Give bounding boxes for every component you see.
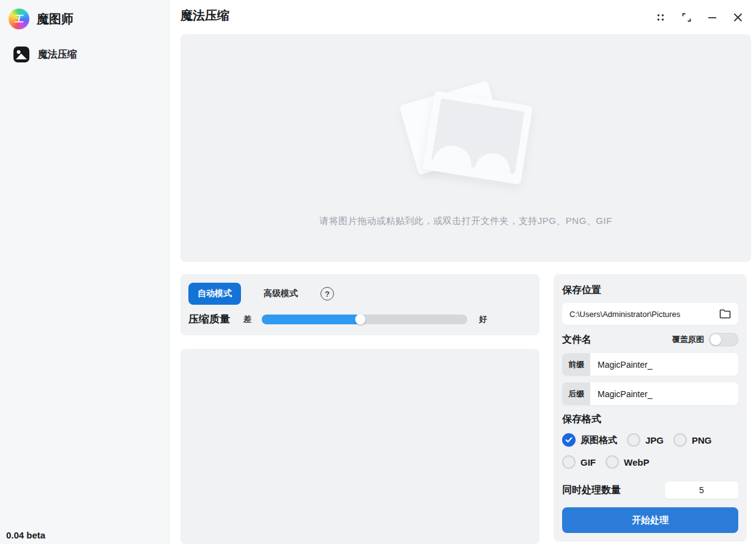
file-list-panel <box>180 349 539 544</box>
app-logo-icon: 工 <box>9 9 29 29</box>
save-format-heading: 保存格式 <box>562 413 738 426</box>
app-window: 工 魔图师 魔法压缩 0.04 beta 魔法压缩 <box>0 0 756 544</box>
quality-max-label: 好 <box>479 314 487 325</box>
suffix-input[interactable] <box>590 382 738 405</box>
quality-label: 压缩质量 <box>188 312 230 326</box>
sidebar-item-magic-compress[interactable]: 魔法压缩 <box>13 47 169 62</box>
save-path-field <box>562 303 738 325</box>
radio-checked-icon <box>562 433 576 447</box>
bottom-region: 自动模式 高级模式 ? 压缩质量 差 好 <box>180 274 751 544</box>
titlebar: 魔法压缩 <box>169 0 756 34</box>
image-icon <box>13 47 29 62</box>
overwrite-label: 覆盖原图 <box>672 334 704 345</box>
tab-auto-mode[interactable]: 自动模式 <box>188 283 241 305</box>
dots-menu-icon[interactable] <box>651 9 670 26</box>
filename-heading: 文件名 <box>562 333 591 346</box>
radio-unchecked-icon <box>673 433 687 447</box>
folder-icon[interactable] <box>718 308 732 320</box>
main-content: 魔法压缩 <box>169 0 756 544</box>
image-dropzone[interactable]: 请将图片拖动或粘贴到此，或双击打开文件夹，支持JPG、PNG、GIF <box>180 34 751 262</box>
app-brand: 工 魔图师 <box>0 0 169 29</box>
overwrite-toggle[interactable] <box>709 333 738 346</box>
mode-tabs: 自动模式 高级模式 ? <box>188 283 532 305</box>
quality-min-label: 差 <box>243 314 251 325</box>
filename-row: 文件名 覆盖原图 <box>562 333 738 346</box>
quality-slider-thumb[interactable] <box>355 314 366 324</box>
save-path-input[interactable] <box>569 310 718 319</box>
concurrency-label: 同时处理数量 <box>562 484 621 497</box>
app-title: 魔图师 <box>37 11 73 28</box>
radio-unchecked-icon <box>562 455 576 469</box>
save-location-heading: 保存位置 <box>562 284 738 297</box>
photo-placeholder-icon <box>399 77 533 199</box>
save-settings-panel: 保存位置 文件名 覆盖原图 前缀 <box>554 274 747 542</box>
format-option-original[interactable]: 原图格式 <box>562 433 617 447</box>
logo-glyph: 工 <box>14 13 24 25</box>
format-option-gif[interactable]: GIF <box>562 455 596 469</box>
close-icon[interactable] <box>728 9 747 26</box>
start-button[interactable]: 开始处理 <box>562 507 738 533</box>
dropzone-hint: 请将图片拖动或粘贴到此，或双击打开文件夹，支持JPG、PNG、GIF <box>319 215 612 227</box>
concurrency-row: 同时处理数量 <box>562 482 738 499</box>
sidebar-item-label: 魔法压缩 <box>38 48 77 61</box>
format-option-png[interactable]: PNG <box>673 433 712 447</box>
radio-unchecked-icon <box>606 455 619 469</box>
prefix-input[interactable] <box>590 353 738 376</box>
window-controls <box>651 9 747 26</box>
prefix-chip: 前缀 <box>562 353 590 376</box>
format-options: 原图格式 JPG PNG GIF <box>562 433 738 469</box>
tab-advanced-mode[interactable]: 高级模式 <box>254 283 307 305</box>
format-option-webp[interactable]: WebP <box>606 455 649 469</box>
radio-unchecked-icon <box>627 433 640 447</box>
toggle-knob <box>710 334 721 345</box>
mode-panel: 自动模式 高级模式 ? 压缩质量 差 好 <box>180 274 539 335</box>
quality-row: 压缩质量 差 好 <box>188 312 532 326</box>
concurrency-input[interactable] <box>665 482 738 499</box>
minimize-icon[interactable] <box>702 9 722 26</box>
fullscreen-icon[interactable] <box>676 9 696 26</box>
quality-slider[interactable] <box>262 315 467 324</box>
left-column: 自动模式 高级模式 ? 压缩质量 差 好 <box>180 274 539 544</box>
help-icon[interactable]: ? <box>321 287 334 300</box>
sidebar: 工 魔图师 魔法压缩 0.04 beta <box>0 0 169 544</box>
suffix-field: 后缀 <box>562 382 738 405</box>
version-label: 0.04 beta <box>6 530 45 540</box>
page-title: 魔法压缩 <box>180 7 229 24</box>
quality-slider-fill <box>262 315 360 324</box>
format-option-jpg[interactable]: JPG <box>627 433 664 447</box>
suffix-chip: 后缀 <box>562 382 590 405</box>
prefix-field: 前缀 <box>562 353 738 376</box>
